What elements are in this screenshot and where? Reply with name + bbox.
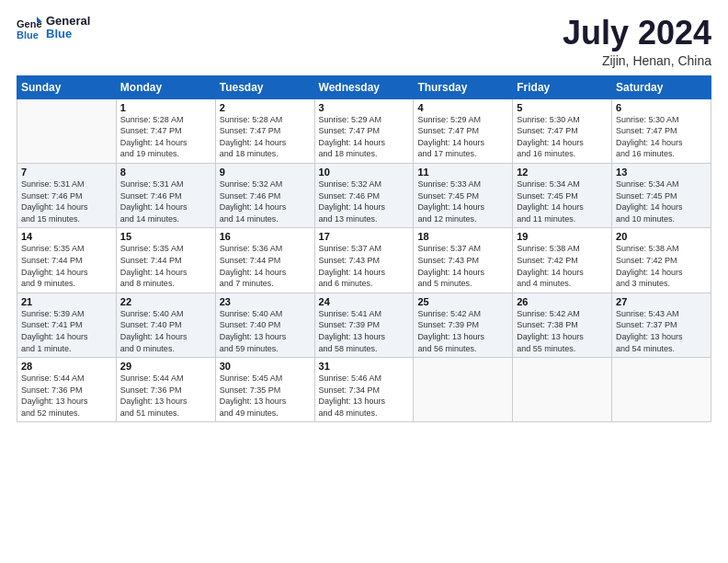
day-info: Sunrise: 5:31 AM Sunset: 7:46 PM Dayligh… [120, 178, 211, 224]
col-header-thursday: Thursday [414, 75, 513, 98]
day-number: 25 [417, 296, 508, 307]
calendar-day-7: 7Sunrise: 5:31 AM Sunset: 7:46 PM Daylig… [17, 163, 117, 227]
day-info: Sunrise: 5:28 AM Sunset: 7:47 PM Dayligh… [220, 114, 311, 160]
calendar-day-13: 13Sunrise: 5:34 AM Sunset: 7:45 PM Dayli… [612, 163, 711, 227]
calendar-day-9: 9Sunrise: 5:32 AM Sunset: 7:46 PM Daylig… [215, 163, 314, 227]
calendar-day-5: 5Sunrise: 5:30 AM Sunset: 7:47 PM Daylig… [513, 98, 612, 163]
day-info: Sunrise: 5:42 AM Sunset: 7:38 PM Dayligh… [517, 308, 608, 354]
calendar-day-14: 14Sunrise: 5:35 AM Sunset: 7:44 PM Dayli… [17, 228, 117, 293]
day-number: 6 [616, 102, 707, 113]
day-number: 15 [120, 231, 211, 242]
day-info: Sunrise: 5:38 AM Sunset: 7:42 PM Dayligh… [616, 243, 707, 289]
day-number: 30 [220, 361, 311, 372]
day-info: Sunrise: 5:44 AM Sunset: 7:36 PM Dayligh… [21, 373, 112, 419]
calendar-day-28: 28Sunrise: 5:44 AM Sunset: 7:36 PM Dayli… [17, 358, 117, 422]
day-info: Sunrise: 5:37 AM Sunset: 7:43 PM Dayligh… [417, 243, 508, 289]
calendar-day-empty [612, 358, 711, 422]
calendar-table: SundayMondayTuesdayWednesdayThursdayFrid… [17, 75, 711, 423]
logo: General Blue General Blue [17, 15, 90, 41]
day-info: Sunrise: 5:39 AM Sunset: 7:41 PM Dayligh… [21, 308, 112, 354]
calendar-day-30: 30Sunrise: 5:45 AM Sunset: 7:35 PM Dayli… [215, 358, 314, 422]
calendar-day-2: 2Sunrise: 5:28 AM Sunset: 7:47 PM Daylig… [215, 98, 314, 163]
day-number: 17 [319, 231, 410, 242]
day-info: Sunrise: 5:32 AM Sunset: 7:46 PM Dayligh… [319, 178, 410, 224]
day-number: 8 [120, 167, 211, 178]
day-number: 20 [616, 231, 707, 242]
day-info: Sunrise: 5:34 AM Sunset: 7:45 PM Dayligh… [616, 178, 707, 224]
logo-line1: General [46, 15, 90, 28]
col-header-tuesday: Tuesday [215, 75, 314, 98]
svg-text:Blue: Blue [17, 29, 39, 40]
calendar-day-empty [17, 98, 117, 163]
calendar-day-15: 15Sunrise: 5:35 AM Sunset: 7:44 PM Dayli… [116, 228, 215, 293]
day-number: 21 [21, 296, 112, 307]
day-info: Sunrise: 5:40 AM Sunset: 7:40 PM Dayligh… [120, 308, 211, 354]
day-info: Sunrise: 5:33 AM Sunset: 7:45 PM Dayligh… [417, 178, 508, 224]
day-number: 2 [220, 102, 311, 113]
calendar-day-empty [414, 358, 513, 422]
day-info: Sunrise: 5:35 AM Sunset: 7:44 PM Dayligh… [120, 243, 211, 289]
day-info: Sunrise: 5:36 AM Sunset: 7:44 PM Dayligh… [220, 243, 311, 289]
main-title: July 2024 [563, 15, 711, 52]
day-number: 9 [220, 167, 311, 178]
logo-line2: Blue [46, 28, 90, 40]
calendar-day-3: 3Sunrise: 5:29 AM Sunset: 7:47 PM Daylig… [314, 98, 414, 163]
day-number: 5 [517, 102, 608, 113]
col-header-monday: Monday [116, 75, 215, 98]
day-info: Sunrise: 5:37 AM Sunset: 7:43 PM Dayligh… [319, 243, 410, 289]
col-header-wednesday: Wednesday [314, 75, 414, 98]
calendar-day-18: 18Sunrise: 5:37 AM Sunset: 7:43 PM Dayli… [414, 228, 513, 293]
calendar-day-31: 31Sunrise: 5:46 AM Sunset: 7:34 PM Dayli… [314, 358, 414, 422]
day-number: 24 [319, 296, 410, 307]
day-number: 31 [319, 361, 410, 372]
day-info: Sunrise: 5:32 AM Sunset: 7:46 PM Dayligh… [220, 178, 311, 224]
calendar-week-row: 21Sunrise: 5:39 AM Sunset: 7:41 PM Dayli… [17, 293, 711, 357]
day-number: 29 [120, 361, 211, 372]
title-block: July 2024 Zijin, Henan, China [563, 15, 711, 68]
day-info: Sunrise: 5:34 AM Sunset: 7:45 PM Dayligh… [517, 178, 608, 224]
day-number: 23 [220, 296, 311, 307]
day-info: Sunrise: 5:45 AM Sunset: 7:35 PM Dayligh… [220, 373, 311, 419]
page-header: General Blue General Blue July 2024 Ziji… [17, 15, 711, 68]
calendar-day-26: 26Sunrise: 5:42 AM Sunset: 7:38 PM Dayli… [513, 293, 612, 357]
calendar-day-21: 21Sunrise: 5:39 AM Sunset: 7:41 PM Dayli… [17, 293, 117, 357]
calendar-day-6: 6Sunrise: 5:30 AM Sunset: 7:47 PM Daylig… [612, 98, 711, 163]
calendar-day-16: 16Sunrise: 5:36 AM Sunset: 7:44 PM Dayli… [215, 228, 314, 293]
calendar-day-4: 4Sunrise: 5:29 AM Sunset: 7:47 PM Daylig… [414, 98, 513, 163]
calendar-day-23: 23Sunrise: 5:40 AM Sunset: 7:40 PM Dayli… [215, 293, 314, 357]
col-header-sunday: Sunday [17, 75, 117, 98]
day-number: 11 [417, 167, 508, 178]
day-info: Sunrise: 5:30 AM Sunset: 7:47 PM Dayligh… [616, 114, 707, 160]
day-number: 27 [616, 296, 707, 307]
day-number: 13 [616, 167, 707, 178]
calendar-day-1: 1Sunrise: 5:28 AM Sunset: 7:47 PM Daylig… [116, 98, 215, 163]
calendar-day-25: 25Sunrise: 5:42 AM Sunset: 7:39 PM Dayli… [414, 293, 513, 357]
calendar-week-row: 14Sunrise: 5:35 AM Sunset: 7:44 PM Dayli… [17, 228, 711, 293]
calendar-week-row: 7Sunrise: 5:31 AM Sunset: 7:46 PM Daylig… [17, 163, 711, 227]
calendar-day-8: 8Sunrise: 5:31 AM Sunset: 7:46 PM Daylig… [116, 163, 215, 227]
day-number: 7 [21, 167, 112, 178]
calendar-day-29: 29Sunrise: 5:44 AM Sunset: 7:36 PM Dayli… [116, 358, 215, 422]
day-number: 28 [21, 361, 112, 372]
day-number: 19 [517, 231, 608, 242]
calendar-day-12: 12Sunrise: 5:34 AM Sunset: 7:45 PM Dayli… [513, 163, 612, 227]
day-info: Sunrise: 5:46 AM Sunset: 7:34 PM Dayligh… [319, 373, 410, 419]
day-number: 4 [417, 102, 508, 113]
day-info: Sunrise: 5:38 AM Sunset: 7:42 PM Dayligh… [517, 243, 608, 289]
day-number: 22 [120, 296, 211, 307]
calendar-day-22: 22Sunrise: 5:40 AM Sunset: 7:40 PM Dayli… [116, 293, 215, 357]
day-info: Sunrise: 5:31 AM Sunset: 7:46 PM Dayligh… [21, 178, 112, 224]
calendar-day-24: 24Sunrise: 5:41 AM Sunset: 7:39 PM Dayli… [314, 293, 414, 357]
day-info: Sunrise: 5:44 AM Sunset: 7:36 PM Dayligh… [120, 373, 211, 419]
day-info: Sunrise: 5:29 AM Sunset: 7:47 PM Dayligh… [319, 114, 410, 160]
day-number: 14 [21, 231, 112, 242]
calendar-day-27: 27Sunrise: 5:43 AM Sunset: 7:37 PM Dayli… [612, 293, 711, 357]
calendar-header-row: SundayMondayTuesdayWednesdayThursdayFrid… [17, 75, 711, 98]
logo-icon: General Blue [17, 15, 42, 40]
calendar-day-20: 20Sunrise: 5:38 AM Sunset: 7:42 PM Dayli… [612, 228, 711, 293]
day-info: Sunrise: 5:42 AM Sunset: 7:39 PM Dayligh… [417, 308, 508, 354]
day-number: 18 [417, 231, 508, 242]
subtitle: Zijin, Henan, China [563, 53, 711, 68]
day-number: 3 [319, 102, 410, 113]
day-number: 16 [220, 231, 311, 242]
